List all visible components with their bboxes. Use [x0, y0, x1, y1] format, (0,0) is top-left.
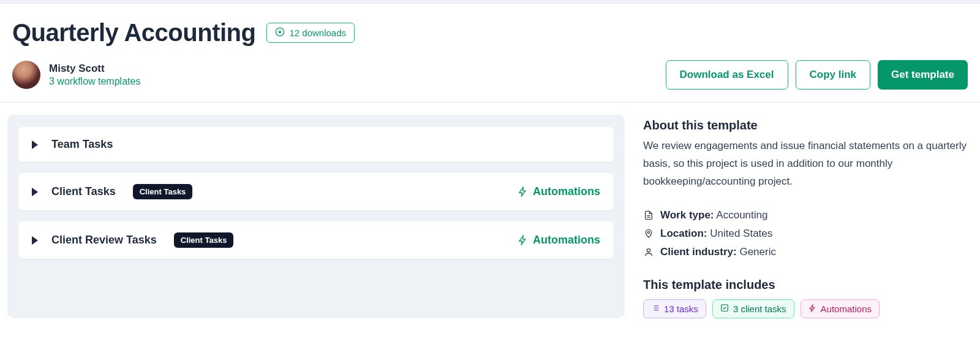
chip-automations: Automations [801, 299, 880, 318]
author-name: Misty Scott [49, 63, 140, 75]
automations-link[interactable]: Automations [518, 185, 600, 198]
chip-client-tasks: 3 client tasks [712, 299, 794, 318]
client-tasks-pill: Client Tasks [133, 184, 193, 199]
avatar [12, 61, 40, 89]
meta-location: Location: United States [643, 228, 968, 240]
location-icon [643, 229, 654, 239]
svg-point-1 [647, 231, 649, 233]
downloads-count: 12 downloads [289, 28, 346, 38]
section-client-tasks[interactable]: Client Tasks Client Tasks Automations [18, 173, 614, 210]
copy-link-button[interactable]: Copy link [796, 60, 871, 90]
download-icon [275, 27, 285, 39]
section-title: Client Review Tasks [51, 234, 157, 247]
get-template-button[interactable]: Get template [878, 60, 968, 90]
sections-list: Team Tasks Client Tasks Client Tasks Aut… [7, 115, 625, 318]
list-icon [651, 304, 660, 314]
automations-label: Automations [533, 185, 600, 198]
caret-right-icon [32, 188, 38, 196]
caret-right-icon [32, 140, 38, 149]
document-icon [643, 210, 654, 220]
bolt-icon [518, 186, 528, 197]
chip-tasks: 13 tasks [643, 299, 706, 318]
about-description: We review engagements and issue financia… [643, 137, 968, 191]
automations-link[interactable]: Automations [518, 234, 600, 247]
downloads-badge: 12 downloads [266, 23, 355, 43]
download-excel-button[interactable]: Download as Excel [666, 60, 788, 90]
svg-point-2 [647, 248, 650, 251]
includes-heading: This template includes [643, 278, 968, 292]
page-title: Quarterly Accounting [12, 19, 255, 47]
client-tasks-pill: Client Tasks [174, 232, 234, 248]
author-subline[interactable]: 3 workflow templates [49, 76, 140, 87]
person-icon [643, 247, 654, 257]
section-client-review-tasks[interactable]: Client Review Tasks Client Tasks Automat… [18, 221, 614, 259]
author-block[interactable]: Misty Scott 3 workflow templates [12, 61, 140, 89]
check-square-icon [720, 304, 729, 314]
automations-label: Automations [533, 234, 600, 247]
section-team-tasks[interactable]: Team Tasks [18, 127, 614, 162]
bolt-icon [809, 304, 816, 314]
meta-client-industry: Client industry: Generic [643, 246, 968, 258]
page-header: Quarterly Accounting 12 downloads Misty … [0, 4, 980, 102]
section-title: Team Tasks [51, 138, 113, 151]
section-title: Client Tasks [51, 185, 116, 198]
header-actions: Download as Excel Copy link Get template [666, 60, 968, 90]
sidebar-about: About this template We review engagement… [643, 115, 968, 318]
svg-rect-3 [722, 304, 728, 311]
caret-right-icon [32, 236, 38, 245]
bolt-icon [518, 235, 528, 245]
meta-work-type: Work type: Accounting [643, 209, 968, 221]
about-heading: About this template [643, 118, 968, 132]
